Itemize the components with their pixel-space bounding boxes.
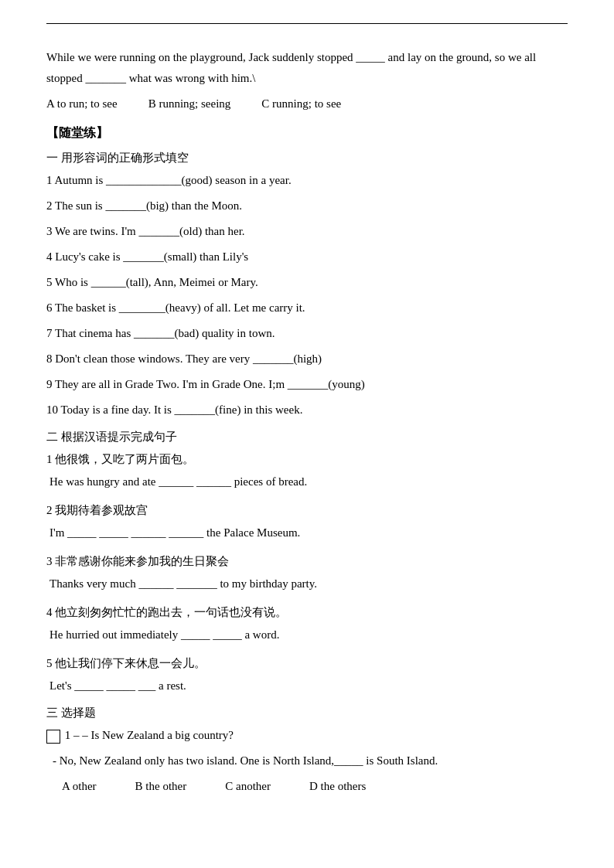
section-two-title: 二 根据汉语提示完成句子 — [46, 430, 568, 444]
section-one-label: 一 用形容词的正确形式填空 — [46, 151, 189, 164]
choice-c: C another — [225, 776, 271, 797]
item-chinese: 他让我们停下来休息一会儿。 — [55, 657, 206, 669]
item-chinese: 非常感谢你能来参加我的生日聚会 — [55, 555, 229, 567]
answer-bracket — [46, 730, 60, 744]
item-text: 8 Don't clean those windows. They are ve… — [46, 352, 322, 365]
list-item: 6 The basket is ________(heavy) of all. … — [46, 298, 568, 318]
item-number: 3 — [46, 555, 55, 567]
option-c: C running; to see — [261, 94, 341, 114]
item-number: 5 — [46, 657, 55, 669]
chinese-text: 4 他立刻匆匆忙忙的跑出去，一句话也没有说。 — [46, 602, 568, 623]
chinese-text: 5 他让我们停下来休息一会儿。 — [46, 653, 568, 674]
chinese-text: 1 他很饿，又吃了两片面包。 — [46, 449, 568, 470]
list-item: 7 That cinema has _______(bad) quality i… — [46, 323, 568, 344]
list-item: 2 我期待着参观故宫 I'm _____ _____ ______ ______… — [46, 500, 568, 543]
list-item: 4 Lucy's cake is _______(small) than Lil… — [46, 247, 568, 267]
section-two-label: 二 根据汉语提示完成句子 — [46, 431, 177, 443]
item-text: 6 The basket is ________(heavy) of all. … — [46, 301, 305, 314]
english-text: Thanks very much ______ _______ to my bi… — [46, 574, 568, 594]
list-item: 4 他立刻匆匆忙忙的跑出去，一句话也没有说。 He hurried out im… — [46, 602, 568, 645]
chinese-text: 2 我期待着参观故宫 — [46, 500, 568, 521]
section-two-items: 1 他很饿，又吃了两片面包。 He was hungry and ate ___… — [46, 449, 568, 696]
list-item: 3 非常感谢你能来参加我的生日聚会 Thanks very much _____… — [46, 551, 568, 594]
list-item: 1 Autumn is _____________(good) season i… — [46, 170, 568, 191]
item-chinese: 我期待着参观故宫 — [55, 504, 148, 516]
list-item: 1 – – Is New Zealand a big country? - No… — [46, 725, 568, 797]
main-section-title: 【随堂练】 — [46, 125, 568, 141]
section-three-label: 三 选择题 — [46, 706, 96, 719]
top-divider — [46, 23, 568, 24]
intro-options: A to run; to see B running; seeing C run… — [46, 94, 568, 114]
item-text: 5 Who is ______(tall), Ann, Meimei or Ma… — [46, 276, 258, 288]
item-text: 9 They are all in Grade Two. I'm in Grad… — [46, 378, 365, 390]
choice-a: A other — [62, 776, 97, 797]
item-text: 1 Autumn is _____________(good) season i… — [46, 174, 292, 186]
item-chinese: 他立刻匆匆忙忙的跑出去，一句话也没有说。 — [55, 606, 287, 618]
list-item: 10 Today is a fine day. It is _______(fi… — [46, 400, 568, 420]
item-text: 3 We are twins. I'm _______(old) than he… — [46, 225, 245, 237]
list-item: 1 他很饿，又吃了两片面包。 He was hungry and ate ___… — [46, 449, 568, 492]
list-item: 3 We are twins. I'm _______(old) than he… — [46, 221, 568, 242]
answer-line: - No, New Zealand only has two island. O… — [46, 751, 568, 771]
english-text: He was hungry and ate ______ ______ piec… — [46, 471, 568, 492]
section-three-items: 1 – – Is New Zealand a big country? - No… — [46, 725, 568, 797]
choice-d: D the others — [309, 776, 366, 797]
item-chinese: 他很饿，又吃了两片面包。 — [55, 453, 194, 465]
item-number: 4 — [46, 606, 55, 618]
intro-paragraph: While we were running on the playground,… — [46, 47, 568, 89]
answer-text: - No, New Zealand only has two island. O… — [53, 754, 438, 767]
english-text: I'm _____ _____ ______ ______ the Palace… — [46, 523, 568, 543]
item-number: 2 — [46, 504, 55, 516]
item-number: 1 — [46, 453, 55, 465]
list-item: 5 Who is ______(tall), Ann, Meimei or Ma… — [46, 272, 568, 293]
item-text: 2 The sun is _______(big) than the Moon. — [46, 199, 242, 212]
answer-choices: A other B the other C another D the othe… — [46, 776, 568, 797]
section-three-title: 三 选择题 — [46, 706, 568, 720]
english-text: He hurried out immediately _____ _____ a… — [46, 625, 568, 645]
question-line: 1 – – Is New Zealand a big country? — [46, 725, 568, 746]
question-number: 1 – — [65, 729, 83, 741]
list-item: 2 The sun is _______(big) than the Moon. — [46, 196, 568, 216]
english-text: Let's _____ _____ ___ a rest. — [46, 676, 568, 696]
item-text: 10 Today is a fine day. It is _______(fi… — [46, 403, 302, 416]
option-a: A to run; to see — [46, 94, 118, 114]
list-item: 8 Don't clean those windows. They are ve… — [46, 349, 568, 369]
chinese-text: 3 非常感谢你能来参加我的生日聚会 — [46, 551, 568, 572]
list-item: 5 他让我们停下来休息一会儿。 Let's _____ _____ ___ a … — [46, 653, 568, 696]
intro-sentence1: While we were running on the playground,… — [46, 51, 536, 84]
section-one-title: 一 用形容词的正确形式填空 — [46, 151, 568, 165]
list-item: 9 They are all in Grade Two. I'm in Grad… — [46, 374, 568, 395]
question-text: – Is New Zealand a big country? — [82, 729, 234, 741]
item-text: 7 That cinema has _______(bad) quality i… — [46, 327, 275, 339]
item-text: 4 Lucy's cake is _______(small) than Lil… — [46, 250, 248, 263]
option-b: B running; seeing — [148, 94, 231, 114]
choice-b: B the other — [135, 776, 187, 797]
section-one-items: 1 Autumn is _____________(good) season i… — [46, 170, 568, 420]
